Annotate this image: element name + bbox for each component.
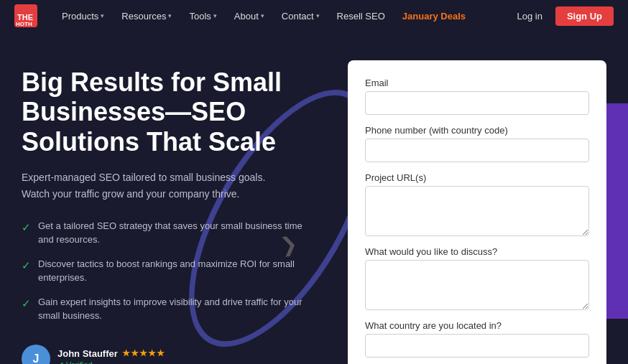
nav-right: Log in Sign Up <box>511 6 614 26</box>
bullet-1: ✓ Get a tailored SEO strategy that saves… <box>22 219 319 247</box>
discuss-field[interactable] <box>365 260 589 310</box>
nav-january-deals[interactable]: January Deals <box>395 8 473 24</box>
hero-bullets: ✓ Get a tailored SEO strategy that saves… <box>22 219 319 323</box>
nav-links: Products ▾ Resources ▾ Tools ▾ About ▾ C… <box>55 8 511 24</box>
hero-subtitle: Expert-managed SEO tailored to small bus… <box>22 169 280 202</box>
country-label: What country are you located in? <box>365 320 589 331</box>
email-label: Email <box>365 78 589 88</box>
nav-products[interactable]: Products ▾ <box>55 8 111 24</box>
bullet-3: ✓ Gain expert insights to improve visibi… <box>22 295 319 323</box>
nav-resources[interactable]: Resources ▾ <box>114 8 179 24</box>
project-url-field[interactable] <box>365 186 589 236</box>
reviewer-name: John Stauffer ★★★★★ <box>57 348 165 359</box>
nav-contact[interactable]: Contact ▾ <box>274 8 327 24</box>
chevron-down-icon: ▾ <box>101 12 104 19</box>
chevron-down-icon: ▾ <box>261 12 264 19</box>
navbar: THE HOTH Products ▾ Resources ▾ Tools ▾ … <box>0 0 628 32</box>
avatar: J <box>22 345 50 364</box>
check-circle-icon: ✔ <box>57 360 64 364</box>
chevron-down-icon: ▾ <box>316 12 320 19</box>
check-icon: ✓ <box>22 296 31 312</box>
phone-label: Phone number (with country code) <box>365 125 589 136</box>
phone-field[interactable] <box>365 139 589 162</box>
project-url-label: Project URL(s) <box>365 172 589 183</box>
login-button[interactable]: Log in <box>511 8 548 24</box>
logo[interactable]: THE HOTH <box>14 4 37 27</box>
project-url-group: Project URL(s) <box>365 172 589 236</box>
nav-resell-seo[interactable]: Resell SEO <box>330 8 392 24</box>
check-icon: ✓ <box>22 258 31 274</box>
chevron-down-icon: ▾ <box>213 12 217 19</box>
hero-form-wrap: Email Phone number (with country code) P… <box>348 60 606 364</box>
hero-title: Big Results for Small Businesses—SEO Sol… <box>22 67 319 157</box>
country-group: What country are you located in? <box>365 320 589 358</box>
email-field[interactable] <box>365 91 589 115</box>
nav-tools[interactable]: Tools ▾ <box>182 8 223 24</box>
country-field[interactable] <box>365 334 589 358</box>
logo-icon: THE HOTH <box>14 4 37 27</box>
star-rating: ★★★★★ <box>122 348 165 358</box>
discuss-label: What would you like to discuss? <box>365 246 589 257</box>
contact-form: Email Phone number (with country code) P… <box>348 60 606 364</box>
nav-about[interactable]: About ▾ <box>227 8 272 24</box>
email-group: Email <box>365 78 589 115</box>
reviewer: J John Stauffer ★★★★★ ✔ Verified <box>22 345 319 364</box>
svg-text:HOTH: HOTH <box>16 21 32 27</box>
reviewer-info: John Stauffer ★★★★★ ✔ Verified <box>57 348 165 364</box>
discuss-group: What would you like to discuss? <box>365 246 589 310</box>
bullet-2: ✓ Discover tactics to boost rankings and… <box>22 257 319 285</box>
hero-section: ❯ Big Results for Small Businesses—SEO S… <box>0 32 628 364</box>
hero-left: Big Results for Small Businesses—SEO Sol… <box>22 60 319 364</box>
check-icon: ✓ <box>22 220 31 236</box>
chevron-down-icon: ▾ <box>168 12 172 19</box>
phone-group: Phone number (with country code) <box>365 125 589 162</box>
signup-button[interactable]: Sign Up <box>555 6 614 26</box>
verified-badge: ✔ Verified <box>57 360 165 364</box>
